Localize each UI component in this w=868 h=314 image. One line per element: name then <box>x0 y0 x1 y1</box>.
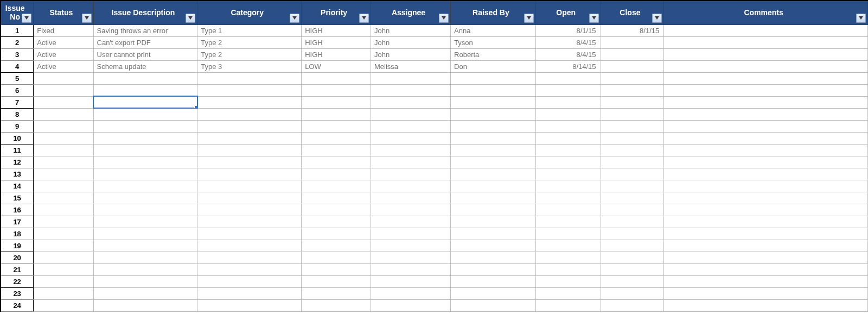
cell-close[interactable] <box>601 287 664 299</box>
cell-raised_by[interactable] <box>451 192 536 204</box>
cell-comments[interactable] <box>664 48 868 60</box>
cell-priority[interactable] <box>302 204 371 216</box>
filter-dropdown-button[interactable] <box>439 14 449 23</box>
cell-issue_no[interactable]: 6 <box>1 84 34 96</box>
cell-raised_by[interactable] <box>451 287 536 299</box>
cell-priority[interactable]: HIGH <box>302 48 371 60</box>
cell-assignee[interactable] <box>371 108 451 120</box>
cell-comments[interactable] <box>664 84 868 96</box>
filter-dropdown-button[interactable] <box>290 14 299 23</box>
cell-priority[interactable] <box>302 84 371 96</box>
cell-category[interactable]: Type 1 <box>197 24 302 36</box>
cell-comments[interactable] <box>664 228 868 240</box>
cell-raised_by[interactable] <box>451 180 536 192</box>
cell-issue_no[interactable]: 13 <box>1 168 34 180</box>
cell-assignee[interactable] <box>371 252 451 263</box>
cell-comments[interactable] <box>664 216 868 228</box>
cell-desc[interactable] <box>93 108 197 120</box>
cell-close[interactable] <box>601 263 664 275</box>
cell-desc[interactable] <box>93 204 197 216</box>
cell-priority[interactable]: HIGH <box>302 36 371 48</box>
cell-priority[interactable] <box>302 263 371 275</box>
cell-issue_no[interactable]: 19 <box>1 240 34 252</box>
cell-category[interactable] <box>197 240 302 252</box>
cell-raised_by[interactable] <box>451 228 536 240</box>
cell-close[interactable]: 8/1/15 <box>601 24 664 36</box>
cell-status[interactable] <box>34 252 93 263</box>
cell-issue_no[interactable]: 23 <box>1 287 34 299</box>
cell-close[interactable] <box>601 168 664 180</box>
cell-category[interactable] <box>197 299 302 311</box>
cell-assignee[interactable] <box>371 72 451 84</box>
cell-raised_by[interactable] <box>451 204 536 216</box>
cell-comments[interactable] <box>664 36 868 48</box>
cell-close[interactable] <box>601 84 664 96</box>
filter-dropdown-button[interactable] <box>856 14 866 23</box>
cell-priority[interactable] <box>302 168 371 180</box>
cell-comments[interactable] <box>664 180 868 192</box>
cell-priority[interactable] <box>302 108 371 120</box>
cell-category[interactable] <box>197 263 302 275</box>
cell-desc[interactable] <box>93 228 197 240</box>
cell-issue_no[interactable]: 3 <box>1 48 34 60</box>
cell-status[interactable] <box>34 72 93 84</box>
cell-desc[interactable] <box>93 240 197 252</box>
cell-close[interactable] <box>601 72 664 84</box>
cell-priority[interactable] <box>302 192 371 204</box>
cell-assignee[interactable] <box>371 84 451 96</box>
cell-issue_no[interactable]: 16 <box>1 204 34 216</box>
cell-comments[interactable] <box>664 192 868 204</box>
cell-comments[interactable] <box>664 240 868 252</box>
cell-status[interactable]: Active <box>34 48 93 60</box>
cell-status[interactable] <box>34 96 93 108</box>
cell-comments[interactable] <box>664 287 868 299</box>
cell-status[interactable] <box>34 84 93 96</box>
cell-close[interactable] <box>601 144 664 156</box>
cell-priority[interactable] <box>302 120 371 132</box>
cell-desc[interactable] <box>93 275 197 287</box>
cell-status[interactable]: Active <box>34 36 93 48</box>
cell-status[interactable] <box>34 299 93 311</box>
cell-desc[interactable] <box>93 180 197 192</box>
cell-priority[interactable] <box>302 132 371 144</box>
cell-desc[interactable] <box>93 144 197 156</box>
cell-raised_by[interactable] <box>451 156 536 168</box>
cell-assignee[interactable] <box>371 275 451 287</box>
cell-open[interactable] <box>535 192 601 204</box>
cell-comments[interactable] <box>664 72 868 84</box>
cell-assignee[interactable] <box>371 132 451 144</box>
cell-open[interactable] <box>535 204 601 216</box>
cell-open[interactable] <box>535 240 601 252</box>
cell-comments[interactable] <box>664 144 868 156</box>
cell-issue_no[interactable]: 12 <box>1 156 34 168</box>
cell-comments[interactable] <box>664 299 868 311</box>
cell-issue_no[interactable]: 22 <box>1 275 34 287</box>
cell-category[interactable] <box>197 180 302 192</box>
cell-comments[interactable] <box>664 24 868 36</box>
cell-priority[interactable] <box>302 228 371 240</box>
cell-assignee[interactable] <box>371 299 451 311</box>
cell-raised_by[interactable] <box>451 96 536 108</box>
cell-desc[interactable] <box>93 263 197 275</box>
cell-assignee[interactable]: John <box>371 48 451 60</box>
cell-status[interactable] <box>34 228 93 240</box>
cell-open[interactable] <box>535 132 601 144</box>
cell-raised_by[interactable]: Tyson <box>451 36 536 48</box>
cell-desc[interactable]: Can't export PDF <box>93 36 197 48</box>
cell-comments[interactable] <box>664 204 868 216</box>
cell-desc[interactable] <box>93 252 197 263</box>
cell-desc[interactable] <box>93 84 197 96</box>
cell-priority[interactable] <box>302 275 371 287</box>
cell-close[interactable] <box>601 60 664 72</box>
cell-status[interactable] <box>34 240 93 252</box>
cell-desc[interactable] <box>93 216 197 228</box>
cell-raised_by[interactable]: Roberta <box>451 48 536 60</box>
filter-dropdown-button[interactable] <box>652 14 662 23</box>
cell-category[interactable] <box>197 84 302 96</box>
cell-issue_no[interactable]: 18 <box>1 228 34 240</box>
cell-issue_no[interactable]: 5 <box>1 72 34 84</box>
cell-comments[interactable] <box>664 60 868 72</box>
cell-category[interactable]: Type 3 <box>197 60 302 72</box>
filter-dropdown-button[interactable] <box>186 14 195 23</box>
cell-category[interactable] <box>197 72 302 84</box>
